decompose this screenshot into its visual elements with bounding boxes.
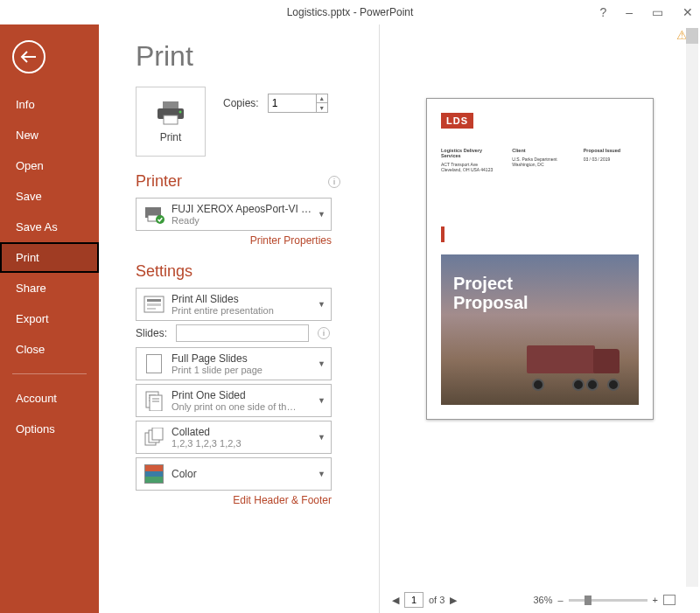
copies-label: Copies: [223,97,259,109]
layout-title: Full Page Slides [172,352,314,365]
sidebar-separator [12,373,87,374]
collate-selector[interactable]: Collated 1,2,3 1,2,3 1,2,3 ▼ [136,421,332,454]
title-bar: Logistics.pptx - PowerPoint ? – ▭ ✕ [0,0,700,24]
sidebar-item-close[interactable]: Close [0,334,99,365]
page-number-input[interactable] [404,592,424,608]
copies-control: Copies: ▲▼ [223,94,328,113]
fit-to-window-button[interactable] [663,595,676,605]
preview-scroll-thumb[interactable] [686,28,698,44]
printer-status: Ready [172,215,314,226]
sidebar-item-info[interactable]: Info [0,89,99,120]
sidebar-item-share[interactable]: Share [0,273,99,303]
backstage-sidebar: Info New Open Save Save As Print Share E… [0,24,99,613]
copies-input[interactable] [268,94,317,113]
info-icon[interactable]: i [318,327,330,339]
collate-title: Collated [172,426,314,438]
chevron-down-icon: ▼ [318,300,326,309]
preview-status-bar: ◀ of 3 ▶ 36% – + [380,590,688,610]
collated-icon [142,425,166,449]
slide-hero-image: ProjectProposal [441,254,639,405]
next-page-button[interactable]: ▶ [450,595,457,606]
copies-spinner[interactable]: ▲▼ [317,94,328,113]
chevron-down-icon: ▼ [318,433,326,442]
preview-scrollbar[interactable] [686,28,698,587]
info-icon[interactable]: i [328,176,340,188]
color-title: Color [172,468,314,480]
content-area: Print Print Copies: ▲▼ [99,24,700,613]
settings-heading: Settings [136,262,363,281]
chevron-down-icon: ▼ [318,359,326,368]
slide-header-columns: Logistics Delivery ServicesACT Transport… [441,148,639,172]
chevron-down-icon: ▼ [318,210,326,219]
main-area: Info New Open Save Save As Print Share E… [0,24,700,613]
print-what-sub: Print entire presentation [172,305,314,316]
close-icon[interactable]: ✕ [682,5,693,19]
slides-label: Slides: [136,327,167,339]
svg-point-3 [179,111,182,114]
one-sided-icon [142,388,166,413]
chevron-down-icon: ▼ [318,396,326,405]
page-total-label: of 3 [429,595,444,605]
full-page-icon [142,352,166,376]
zoom-slider[interactable] [569,599,648,602]
printer-status-icon [142,202,166,226]
svg-rect-2 [164,115,178,124]
restore-icon[interactable]: ▭ [652,5,663,19]
sidebar-item-print[interactable]: Print [0,242,99,273]
layout-sub: Print 1 slide per page [172,365,314,375]
sidebar-item-options[interactable]: Options [0,414,99,444]
sides-selector[interactable]: Print One Sided Only print on one side o… [136,384,332,417]
collate-sub: 1,2,3 1,2,3 1,2,3 [172,438,314,449]
color-icon [142,462,166,486]
sidebar-item-open[interactable]: Open [0,150,99,181]
slide-accent-bar [441,226,444,242]
page-title: Print [136,40,363,73]
window-title: Logistics.pptx - PowerPoint [287,6,414,18]
sides-sub: Only print on one side of th… [172,401,314,412]
minimize-icon[interactable]: – [626,5,633,19]
sidebar-item-saveas[interactable]: Save As [0,212,99,242]
window-controls: ? – ▭ ✕ [599,0,693,24]
svg-rect-9 [147,303,161,306]
svg-rect-15 [150,395,162,411]
print-settings-pane: Print Print Copies: ▲▼ [99,24,379,613]
print-what-selector[interactable]: Print All Slides Print entire presentati… [136,288,332,321]
color-selector[interactable]: Color ▼ [136,457,332,491]
sidebar-item-export[interactable]: Export [0,303,99,334]
slides-range-input[interactable] [176,324,309,342]
printer-heading: Printer i [136,172,363,191]
svg-rect-10 [147,308,156,310]
slides-icon [142,292,166,317]
printer-selector[interactable]: FUJI XEROX ApeosPort-VI C3… Ready ▼ [136,198,332,231]
zoom-out-button[interactable]: – [557,595,563,605]
svg-rect-20 [152,428,163,440]
sidebar-item-save[interactable]: Save [0,181,99,212]
sidebar-item-account[interactable]: Account [0,383,99,414]
slide-logo-badge: LDS [441,113,473,129]
svg-rect-8 [147,299,161,302]
back-button[interactable] [12,40,46,73]
print-button[interactable]: Print [136,87,206,157]
slides-range-row: Slides: i [136,324,363,342]
printer-name: FUJI XEROX ApeosPort-VI C3… [172,203,314,215]
prev-page-button[interactable]: ◀ [392,595,399,606]
print-button-label: Print [160,131,182,143]
print-preview-pane: LDS Logistics Delivery ServicesACT Trans… [379,24,700,613]
zoom-in-button[interactable]: + [653,595,658,605]
svg-rect-0 [163,101,178,108]
truck-graphic [527,340,632,393]
slide-title: ProjectProposal [453,274,528,312]
help-icon[interactable]: ? [599,5,606,19]
sides-title: Print One Sided [172,389,314,401]
printer-properties-link[interactable]: Printer Properties [136,234,332,247]
printer-heading-label: Printer [136,172,182,191]
edit-header-footer-link[interactable]: Edit Header & Footer [136,494,332,506]
print-row: Print Copies: ▲▼ [136,87,363,157]
layout-selector[interactable]: Full Page Slides Print 1 slide per page … [136,347,332,380]
settings-heading-label: Settings [136,262,192,281]
slide-preview: LDS Logistics Delivery ServicesACT Trans… [426,98,654,420]
sidebar-item-new[interactable]: New [0,120,99,150]
zoom-level-label: 36% [533,595,552,605]
print-what-title: Print All Slides [172,293,314,305]
chevron-down-icon: ▼ [318,470,326,478]
